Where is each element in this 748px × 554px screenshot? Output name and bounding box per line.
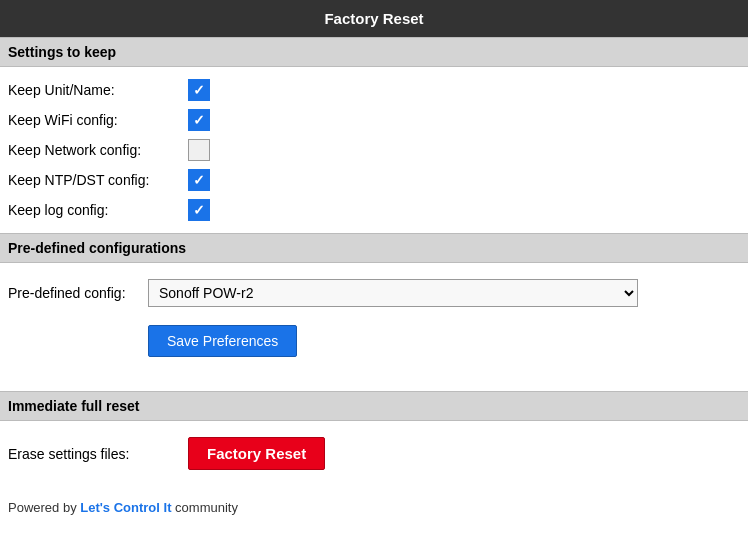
footer: Powered by Let's Control It community — [0, 486, 748, 523]
checkbox-keep-wifi[interactable] — [188, 109, 210, 131]
settings-row-label-keep-log: Keep log config: — [8, 202, 188, 218]
settings-row-label-keep-wifi: Keep WiFi config: — [8, 112, 188, 128]
settings-row-keep-unit: Keep Unit/Name: — [8, 75, 740, 105]
powered-by-text: Powered by Let's Control It community — [8, 500, 238, 515]
settings-to-keep-section: Settings to keep Keep Unit/Name:Keep WiF… — [0, 37, 748, 233]
checkbox-keep-network[interactable] — [188, 139, 210, 161]
predefined-config-select[interactable]: Sonoff POW-r2Sonoff BasicSonoff S20Sonof… — [148, 279, 638, 307]
title-text: Factory Reset — [324, 10, 423, 27]
settings-row-label-keep-network: Keep Network config: — [8, 142, 188, 158]
predefined-label: Pre-defined config: — [8, 285, 148, 301]
erase-settings-label: Erase settings files: — [8, 446, 188, 462]
predefined-section: Pre-defined configurations Pre-defined c… — [0, 233, 748, 383]
settings-row-label-keep-ntp: Keep NTP/DST config: — [8, 172, 188, 188]
predefined-content: Pre-defined config: Sonoff POW-r2Sonoff … — [0, 263, 748, 383]
settings-row-label-keep-unit: Keep Unit/Name: — [8, 82, 188, 98]
immediate-reset-section: Immediate full reset Erase settings file… — [0, 391, 748, 486]
immediate-reset-content: Erase settings files: Factory Reset — [0, 421, 748, 486]
settings-to-keep-content: Keep Unit/Name:Keep WiFi config:Keep Net… — [0, 67, 748, 233]
immediate-reset-header: Immediate full reset — [0, 391, 748, 421]
settings-row-keep-log: Keep log config: — [8, 195, 740, 225]
settings-row-keep-ntp: Keep NTP/DST config: — [8, 165, 740, 195]
save-preferences-button[interactable]: Save Preferences — [148, 325, 297, 357]
settings-to-keep-header: Settings to keep — [0, 37, 748, 67]
checkbox-keep-log[interactable] — [188, 199, 210, 221]
settings-row-keep-network: Keep Network config: — [8, 135, 740, 165]
factory-reset-button[interactable]: Factory Reset — [188, 437, 325, 470]
settings-row-keep-wifi: Keep WiFi config: — [8, 105, 740, 135]
checkbox-keep-ntp[interactable] — [188, 169, 210, 191]
title-bar: Factory Reset — [0, 0, 748, 37]
lets-control-it-link[interactable]: Let's Control It — [80, 500, 171, 515]
predefined-header: Pre-defined configurations — [0, 233, 748, 263]
checkbox-keep-unit[interactable] — [188, 79, 210, 101]
